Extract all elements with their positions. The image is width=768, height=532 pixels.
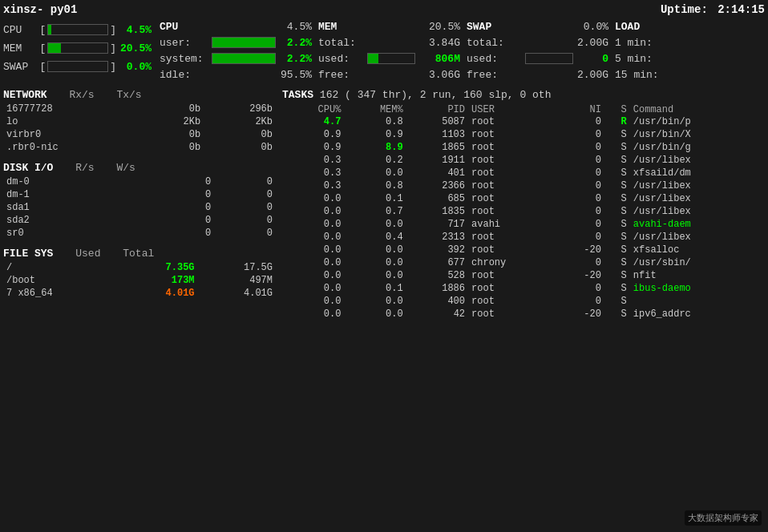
swap-bar-value: 0.0% — [119, 61, 152, 73]
disk-row: dm-000 — [3, 175, 276, 188]
fs-row: /7.35G17.5G — [3, 261, 276, 274]
fs-table: /7.35G17.5G/boot173M497M7 x86_644.01G4.0… — [3, 261, 276, 300]
table-row: 0.0 0.4 2313 root 0 S /usr/libex — [282, 231, 765, 244]
table-row: 0.9 0.9 1103 root 0 S /usr/bin/X — [282, 128, 765, 141]
load-5min-row: 5 min: — [615, 50, 765, 66]
swap-free-row: free: 2.00G — [467, 66, 608, 83]
network-table: 167777280b296blo2Kb2Kbvirbr00b0b.rbr0-ni… — [3, 103, 276, 154]
load-5min-label: 5 min: — [615, 53, 653, 65]
table-row: 0.0 0.0 528 root -20 S nfit — [282, 269, 765, 282]
mem-label: MEM — [3, 42, 40, 54]
network-row: virbr00b0b — [3, 128, 276, 141]
swap-used-row: used: 0 — [467, 50, 608, 66]
load-1min-label: 1 min: — [615, 37, 653, 49]
table-row: 0.0 0.0 677 chrony 0 S /usr/sbin/ — [282, 256, 765, 269]
swap-used-value: 0 — [602, 53, 608, 65]
col-cpu-pct: CPU% — [282, 104, 344, 115]
load-1min-value — [758, 37, 765, 49]
table-row: 0.3 0.0 401 root 0 S xfsaild/dm — [282, 167, 765, 179]
cpu-idle-row: idle: 95.5% — [160, 66, 312, 83]
table-row: 0.3 0.2 1911 root 0 S /usr/libex — [282, 154, 765, 167]
swap-used-label: used: — [467, 53, 498, 65]
col-ni: NI — [555, 104, 604, 115]
cpu-detail-title: CPU — [160, 21, 178, 33]
load-15min-row: 15 min: — [615, 66, 765, 83]
swap-used-bar — [525, 53, 573, 64]
swap-bar — [47, 61, 108, 72]
mem-used-label: used: — [318, 53, 350, 65]
mem-bar-value: 20.5% — [119, 42, 152, 54]
cpu-user-row: user: 2.2% — [160, 34, 312, 50]
tasks-line: TASKS 162 ( 347 thr), 2 run, 160 slp, 0 … — [282, 89, 765, 101]
hostname: xinsz- py01 — [3, 3, 77, 16]
swap-detail-pct: 0.0% — [584, 21, 608, 33]
cpu-bar-value: 4.5% — [119, 24, 152, 36]
swap-label: SWAP — [3, 61, 40, 73]
table-row: 0.9 8.9 1865 root 0 S /usr/bin/g — [282, 141, 765, 154]
load-5min-value — [758, 53, 765, 65]
cpu-sys-label: system: — [160, 53, 208, 65]
cpu-detail-total: 4.5% — [287, 21, 312, 33]
swap-total-label: total: — [467, 37, 504, 49]
load-detail-title: LOAD — [615, 21, 640, 33]
swap-free-value: 2.00G — [577, 69, 608, 81]
mem-bar-row: MEM [ ] 20.5% — [3, 39, 152, 57]
mem-free-row: free: 3.06G — [318, 66, 460, 83]
network-row: lo2Kb2Kb — [3, 115, 276, 128]
col-cmd: Command — [630, 104, 765, 115]
table-row: 0.0 0.0 392 root -20 S xfsalloc — [282, 244, 765, 256]
mem-total-row: total: 3.84G — [318, 34, 460, 50]
cpu-label: CPU — [3, 24, 40, 36]
cpu-sys-value: 2.2% — [280, 53, 312, 65]
swap-detail-panel: SWAP 0.0% total: 2.00G used: 0 free: 2.0… — [460, 21, 608, 83]
disk-title: DISK I/O R/s W/s — [3, 162, 276, 174]
mem-total-label: total: — [318, 37, 356, 49]
uptime: Uptime: 2:14:15 — [661, 3, 765, 16]
swap-free-label: free: — [467, 69, 498, 81]
table-row: 0.0 0.1 1886 root 0 S ibus-daemo — [282, 282, 765, 295]
table-row: 0.0 0.0 400 root 0 S — [282, 295, 765, 308]
col-s: S — [604, 104, 630, 115]
mem-used-value: 806M — [435, 53, 460, 65]
load-15min-label: 15 min: — [615, 69, 659, 81]
header-bar: xinsz- py01 Uptime: 2:14:15 — [3, 3, 765, 16]
cpu-bar — [47, 24, 108, 35]
tasks-label: TASKS — [282, 89, 313, 101]
cpu-bar-fill — [48, 25, 51, 34]
disk-row: sda100 — [3, 201, 276, 214]
mem-free-label: free: — [318, 69, 350, 81]
filesystem-title: FILE SYS Used Total — [3, 248, 276, 260]
fs-row: /boot173M497M — [3, 274, 276, 287]
mem-used-bar — [367, 53, 415, 64]
cpu-bar-row: CPU [ ] 4.5% — [3, 21, 152, 38]
load-1min-row: 1 min: — [615, 34, 765, 50]
disk-row: dm-100 — [3, 188, 276, 201]
cpu-user-bar — [212, 37, 276, 48]
table-row: 0.0 0.0 717 avahi 0 S avahi-daem — [282, 218, 765, 231]
left-bottom-panel: NETWORK Rx/s Tx/s 167777280b296blo2Kb2Kb… — [3, 89, 276, 320]
table-row: 0.0 0.7 1835 root 0 S /usr/libex — [282, 205, 765, 218]
mem-bar-fill — [48, 43, 60, 53]
network-row: .rbr0-nic0b0b — [3, 141, 276, 154]
col-user: USER — [468, 104, 555, 115]
network-title: NETWORK Rx/s Tx/s — [3, 89, 276, 101]
load-15min-value — [758, 69, 765, 81]
cpu-user-value: 2.2% — [280, 37, 312, 49]
cpu-sys-bar — [212, 53, 276, 64]
swap-total-value: 2.00G — [577, 37, 608, 49]
table-row: 0.0 0.1 685 root 0 S /usr/libex — [282, 192, 765, 205]
mem-total-value: 3.84G — [429, 37, 460, 49]
process-table: CPU% MEM% PID USER NI S Command 4.7 0.8 … — [282, 104, 765, 320]
table-row: 0.3 0.8 2366 root 0 S /usr/libex — [282, 179, 765, 192]
mem-detail-pct: 20.5% — [429, 21, 460, 33]
bottom-section: NETWORK Rx/s Tx/s 167777280b296blo2Kb2Kb… — [3, 89, 765, 320]
swap-bar-row: SWAP [ ] 0.0% — [3, 58, 152, 75]
network-row: 167777280b296b — [3, 103, 276, 115]
swap-total-row: total: 2.00G — [467, 34, 608, 50]
table-row: 4.7 0.8 5087 root 0 R /usr/bin/p — [282, 115, 765, 128]
table-row: 0.0 0.0 42 root -20 S ipv6_addrc — [282, 308, 765, 320]
left-bar-panel: CPU [ ] 4.5% MEM [ ] 20.5% SWAP [ — [3, 21, 152, 83]
mem-detail-title: MEM — [318, 21, 337, 33]
col-pid: PID — [406, 104, 468, 115]
col-mem-pct: MEM% — [344, 104, 406, 115]
